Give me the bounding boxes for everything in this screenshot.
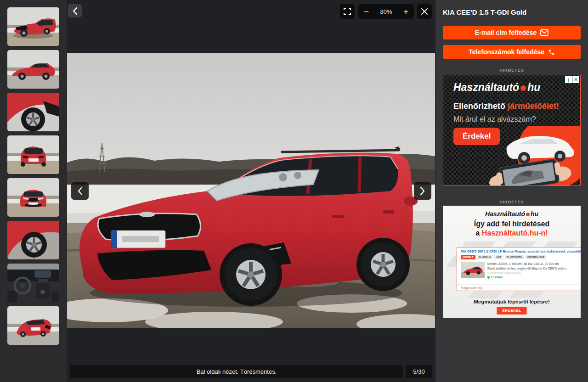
thumbnail-interior-dashboard[interactable] (7, 264, 59, 302)
ad-banner-vehicle-history[interactable]: i ✕ Használtautóhu Ellenőrizhető járműel… (443, 75, 581, 186)
thumbnail-rear-quarter-view[interactable] (7, 306, 59, 345)
fullscreen-button[interactable] (340, 4, 355, 19)
brand-dot-icon (520, 85, 526, 91)
ad-banner-post-listing[interactable]: Használtautóhu Így add fel hirdetésed a … (443, 206, 581, 318)
photo-caption: Bal oldali nézet. Törésmentes. (70, 365, 403, 378)
thumbnail-front-wheel-closeup[interactable] (7, 93, 59, 131)
listing-tag: ALUFELNI (477, 255, 493, 259)
reveal-phone-label: Telefonszámok felfedése (469, 48, 544, 56)
ad-headline: Ellenőrizhető járműelőélet! (453, 101, 559, 111)
ad-illustration-phone-photo (475, 126, 580, 185)
sample-listing-seller: Magánszemély (457, 284, 581, 291)
ad-close-icon[interactable]: ✕ (572, 76, 579, 83)
listing-tag: ASR (494, 255, 503, 259)
envelope-icon (540, 29, 548, 36)
sample-listing-card: KIA CEE'D SW 1.6 CRDi LP Bronze Magyar, … (457, 247, 581, 291)
image-viewer: − 80% + (67, 0, 435, 382)
listing-tag: CENTRÁLZÁR (526, 255, 547, 259)
chevron-left-icon (73, 7, 78, 15)
thumbnail-side-view[interactable] (7, 50, 59, 89)
brand-dot-icon (526, 213, 530, 216)
location-pin-icon (487, 276, 490, 279)
sample-listing-desc: Eladó sérülésmentes, megkímélt állapotú … (487, 266, 567, 271)
next-image-button[interactable] (414, 182, 431, 200)
thumbnail-front-view[interactable] (7, 178, 59, 217)
sample-listing-distance: 21 km-re (491, 275, 503, 280)
ad-cta-button[interactable]: ÉRDEKEL (497, 307, 526, 315)
sample-listing-photo (461, 262, 485, 278)
ad-headline-line1: Így add fel hirdetésed (443, 220, 581, 228)
close-icon (421, 8, 428, 15)
sample-listing-title: KIA CEE'D SW 1.6 CRDi LP Bronze Magyar, … (461, 250, 581, 253)
details-panel: KIA CEE'D 1.5 T-GDI Gold E-mail cím felf… (435, 0, 588, 382)
adchoices-controls: i ✕ (565, 76, 579, 83)
ad-info-icon[interactable]: i (565, 76, 572, 83)
sample-listing-code: (Hirdetéskód: 0000000000) (487, 271, 567, 275)
ad-footer-text: Megmutatjuk lépésről lépésre! (443, 299, 581, 304)
sample-listing-tags: KIEMELTALUFELNIASRBLUETOOTHCENTRÁLZÁR (461, 255, 581, 259)
reveal-email-label: E-mail cím felfedése (475, 29, 537, 36)
listing-tag: KIEMELT (461, 255, 475, 259)
zoom-in-button[interactable]: + (402, 7, 410, 16)
photo-counter: 5/30 (406, 365, 432, 378)
ad-label: HIRDETÉS (435, 68, 588, 73)
close-button[interactable] (417, 4, 432, 19)
thumbnail-wheel-closeup[interactable] (7, 221, 59, 259)
ad-headline-line2: a Használtautó.hu-n! (443, 229, 581, 237)
fullscreen-icon (344, 8, 351, 15)
phone-icon (548, 49, 555, 56)
zoom-control: − 80% + (358, 4, 414, 19)
main-photo[interactable] (67, 53, 435, 328)
ad-brand-logo: Használtautóhu (443, 210, 581, 218)
back-button[interactable] (68, 4, 82, 17)
thumbnail-sidebar (0, 0, 67, 382)
chevron-right-icon (420, 186, 425, 196)
chevron-left-icon (77, 186, 83, 196)
sample-listing-specs: Benzin, 2020/5, 1 598 cm³, 85 kW, 116 LE… (487, 262, 567, 266)
listing-tag: BLUETOOTH (505, 255, 524, 259)
thumbnail-rear-view[interactable] (7, 135, 59, 174)
ad-brand-logo: Használtautóhu (453, 81, 540, 94)
listing-title: KIA CEE'D 1.5 T-GDI Gold (443, 8, 581, 16)
ad-label: HIRDETÉS (435, 200, 588, 204)
zoom-level: 80% (380, 8, 392, 15)
ad-subline: Mit árul el az alvázszám? (453, 115, 536, 124)
reveal-phone-button[interactable]: Telefonszámok felfedése (443, 45, 581, 59)
thumbnail-front-quarter-view[interactable] (7, 7, 59, 46)
previous-image-button[interactable] (71, 182, 89, 200)
zoom-out-button[interactable]: − (362, 7, 370, 16)
reveal-email-button[interactable]: E-mail cím felfedése (443, 26, 581, 39)
